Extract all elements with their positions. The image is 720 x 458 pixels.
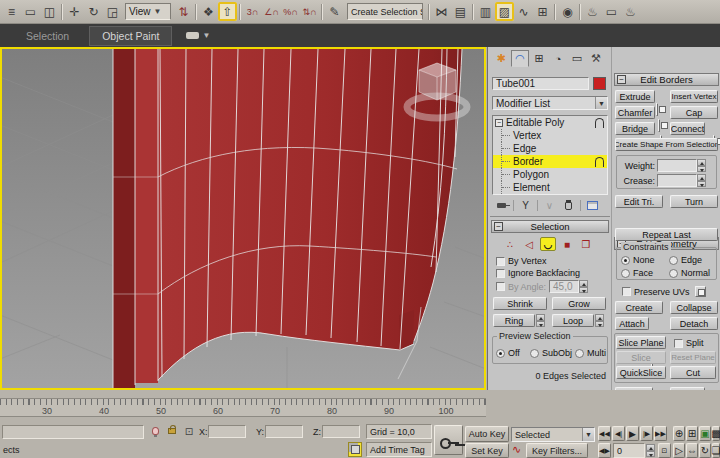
orbit-icon[interactable]: [699, 443, 711, 458]
turn-button[interactable]: Turn: [670, 195, 718, 208]
zoom-extents-icon[interactable]: [699, 426, 711, 441]
ignore-backfacing-checkbox[interactable]: [496, 269, 505, 278]
render-production-icon[interactable]: [621, 2, 640, 21]
tab-display-icon[interactable]: [568, 50, 586, 67]
tab-hierarchy-icon[interactable]: [530, 50, 548, 67]
layer-manager-icon[interactable]: [476, 2, 495, 21]
constraint-none-option[interactable]: None: [621, 255, 655, 265]
cut-button[interactable]: Cut: [670, 366, 716, 379]
graphite-modeling-tools-icon[interactable]: [495, 2, 514, 21]
selection-rollout-header[interactable]: − Selection: [491, 220, 609, 233]
create-shape-button[interactable]: Create Shape From Selection: [615, 138, 718, 151]
set-keys-button[interactable]: [434, 425, 463, 455]
stack-item-polygon[interactable]: Polygon: [493, 168, 607, 181]
edit-named-selection-sets-icon[interactable]: [325, 2, 344, 21]
make-unique-icon[interactable]: [542, 199, 557, 212]
preview-subobj-option[interactable]: SubObj: [530, 348, 572, 358]
tab-utilities-icon[interactable]: [587, 50, 605, 67]
insert-vertex-button[interactable]: Insert Vertex: [670, 90, 718, 103]
pin-stack-icon[interactable]: [494, 199, 509, 212]
y-coordinate-field[interactable]: [265, 425, 303, 438]
zoom-icon[interactable]: [673, 426, 685, 441]
select-by-name-icon[interactable]: [2, 2, 21, 21]
selection-lock-icon[interactable]: [165, 422, 179, 436]
by-angle-checkbox[interactable]: [496, 282, 505, 291]
previous-frame-icon[interactable]: [612, 426, 625, 441]
split-checkbox[interactable]: [674, 339, 683, 348]
current-frame-field[interactable]: 0: [613, 443, 645, 458]
next-frame-icon[interactable]: [640, 426, 653, 441]
stack-item-edge[interactable]: Edge: [493, 142, 607, 155]
perspective-viewport[interactable]: [0, 47, 486, 390]
stack-item-editable-poly[interactable]: − Editable Poly: [493, 116, 607, 129]
zoom-all-icon[interactable]: [686, 426, 698, 441]
shrink-button[interactable]: Shrink: [493, 297, 547, 310]
by-angle-spinner[interactable]: [579, 280, 588, 293]
select-and-manipulate-icon[interactable]: [199, 2, 218, 21]
named-selection-sets-dropdown[interactable]: Create Selection Se ▼: [347, 3, 423, 20]
stack-item-border[interactable]: Border: [493, 155, 607, 168]
tab-selection[interactable]: Selection: [14, 27, 81, 45]
object-name-field[interactable]: Tube001: [492, 77, 589, 90]
curve-editor-icon[interactable]: [514, 2, 533, 21]
border-mode-icon[interactable]: [540, 237, 556, 251]
polygon-mode-icon[interactable]: [559, 237, 575, 251]
field-of-view-icon[interactable]: [673, 443, 685, 458]
ribbon-config-button[interactable]: ▼: [186, 31, 210, 40]
edge-mode-icon[interactable]: [521, 237, 537, 251]
reference-coordinate-system-dropdown[interactable]: View ▼: [125, 3, 171, 20]
rendered-frame-window-icon[interactable]: [602, 2, 621, 21]
time-configuration-dropdown[interactable]: Selected ▼: [511, 427, 595, 442]
object-color-swatch[interactable]: [593, 77, 606, 90]
use-pivot-point-center-icon[interactable]: [174, 2, 193, 21]
maximize-viewport-toggle-icon[interactable]: [712, 443, 720, 458]
collapse-button[interactable]: Collapse: [670, 301, 718, 314]
bridge-button[interactable]: Bridge: [615, 122, 655, 135]
auto-key-button[interactable]: Auto Key: [465, 426, 509, 442]
spinner-snap-icon[interactable]: [300, 2, 319, 21]
go-to-start-icon[interactable]: [598, 426, 611, 441]
default-in-out-tangents-icon[interactable]: ∿: [512, 443, 521, 456]
window-crossing-icon[interactable]: [40, 2, 59, 21]
mirror-icon[interactable]: [432, 2, 451, 21]
by-angle-field[interactable]: 45,0: [549, 280, 579, 293]
grow-button[interactable]: Grow: [552, 297, 606, 310]
keyboard-shortcut-override-icon[interactable]: [218, 2, 237, 21]
absolute-offset-toggle-icon[interactable]: [182, 424, 196, 438]
prompt-assist-icon[interactable]: [148, 424, 162, 438]
set-key-button[interactable]: Set Key: [465, 443, 509, 458]
zoom-extents-all-icon[interactable]: [712, 426, 720, 441]
tab-object-paint[interactable]: Object Paint: [89, 26, 172, 46]
constraint-normal-option[interactable]: Normal: [669, 268, 710, 278]
remove-modifier-icon[interactable]: [561, 199, 576, 212]
weight-field[interactable]: [657, 159, 697, 172]
play-icon[interactable]: [626, 426, 639, 441]
chamfer-button[interactable]: Chamfer: [615, 106, 655, 119]
attach-button[interactable]: Attach: [615, 317, 649, 330]
track-bar[interactable]: 30 40 50 60 70 80 90 100: [0, 398, 486, 417]
select-and-move-icon[interactable]: [65, 2, 84, 21]
collapse-icon[interactable]: −: [495, 119, 503, 127]
constraint-edge-option[interactable]: Edge: [669, 255, 702, 265]
modifier-list-dropdown[interactable]: Modifier List ▼: [492, 96, 608, 110]
edit-borders-rollout-header[interactable]: − Edit Borders: [614, 73, 719, 86]
show-end-result-icon[interactable]: [518, 199, 533, 212]
loop-spinner[interactable]: [595, 314, 604, 327]
tab-modify-icon[interactable]: [511, 50, 529, 67]
detach-button[interactable]: Detach: [670, 317, 718, 330]
repeat-last-button[interactable]: Repeat Last: [615, 228, 718, 241]
vertex-mode-icon[interactable]: [502, 237, 518, 251]
angle-snap-icon[interactable]: [262, 2, 281, 21]
quickslice-button[interactable]: QuickSlice: [616, 366, 666, 379]
configure-modifier-sets-icon[interactable]: [585, 199, 600, 212]
align-icon[interactable]: [451, 2, 470, 21]
z-coordinate-field[interactable]: [322, 425, 360, 438]
rectangular-selection-region-icon[interactable]: [21, 2, 40, 21]
slice-plane-button[interactable]: Slice Plane: [616, 336, 666, 349]
connect-button[interactable]: Connect: [670, 122, 705, 135]
stack-item-vertex[interactable]: Vertex: [493, 129, 607, 142]
preview-multi-option[interactable]: Multi: [575, 348, 606, 358]
tab-motion-icon[interactable]: [549, 50, 567, 67]
loop-button[interactable]: Loop: [552, 314, 594, 327]
add-time-tag[interactable]: Add Time Tag: [366, 442, 432, 457]
